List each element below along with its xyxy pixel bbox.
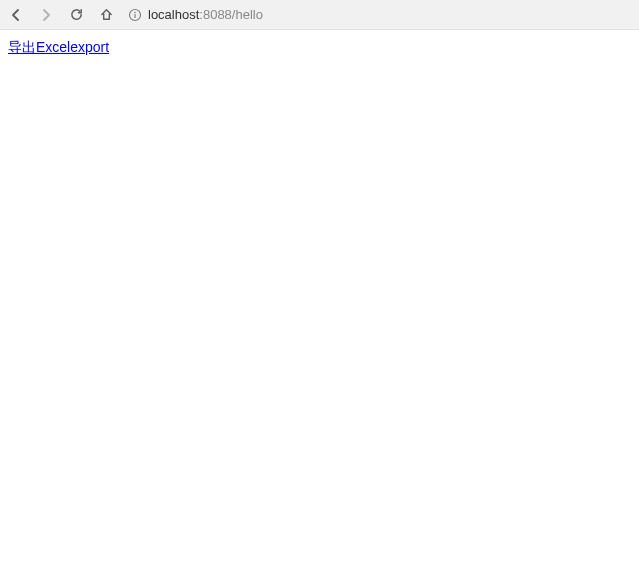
svg-rect-2 xyxy=(134,14,135,18)
nav-icons xyxy=(8,7,118,23)
url-port: :8088 xyxy=(199,7,232,22)
svg-point-1 xyxy=(134,11,136,13)
forward-button[interactable] xyxy=(38,7,54,23)
home-icon xyxy=(99,7,114,22)
site-info-icon[interactable] xyxy=(128,8,142,22)
address-bar[interactable]: localhost:8088/hello xyxy=(128,7,631,22)
url-host: localhost xyxy=(148,7,199,22)
url-text[interactable]: localhost:8088/hello xyxy=(148,7,263,22)
reload-icon xyxy=(69,7,84,22)
arrow-left-icon xyxy=(8,7,24,23)
back-button[interactable] xyxy=(8,7,24,23)
reload-button[interactable] xyxy=(68,7,84,23)
browser-toolbar: localhost:8088/hello xyxy=(0,0,639,30)
page-content: 导出Excelexport xyxy=(0,30,639,65)
arrow-right-icon xyxy=(38,7,54,23)
url-path: /hello xyxy=(232,7,263,22)
home-button[interactable] xyxy=(98,7,114,23)
export-excel-link[interactable]: 导出Excelexport xyxy=(8,39,109,55)
